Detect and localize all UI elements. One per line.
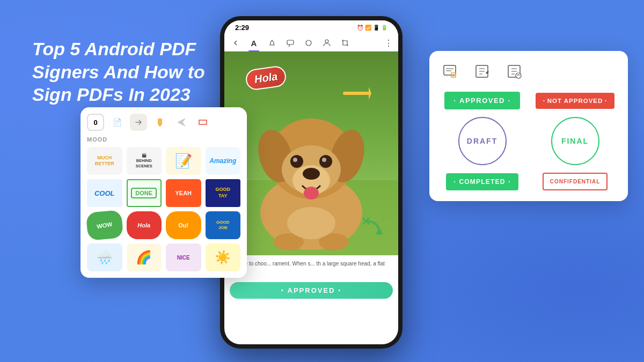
svg-rect-21 bbox=[158, 119, 162, 125]
toolbar-comment-icon[interactable] bbox=[284, 37, 296, 49]
svg-point-2 bbox=[325, 40, 328, 43]
svg-point-14 bbox=[322, 158, 326, 162]
stamp-approved[interactable]: APPROVED bbox=[444, 92, 521, 109]
toolbar-back-icon[interactable] bbox=[230, 37, 241, 49]
stamp-not-approved-container: NOT APPROVED bbox=[533, 93, 617, 109]
sticker-panel: 0 📄 MOOD MUCHBETTER 🎬BEHINDSCENES 📝 Amaz… bbox=[80, 107, 247, 278]
sticker-sun[interactable]: ☀️ bbox=[206, 243, 241, 271]
stamp-row-1: APPROVED NOT APPROVED bbox=[440, 92, 617, 109]
phone-bottom-text: visable to choo... rament. When s... th … bbox=[224, 255, 398, 280]
svg-point-1 bbox=[306, 40, 311, 46]
stamp-confidential[interactable]: CONFIFDENTIAL bbox=[543, 173, 608, 190]
sticker-cool[interactable]: COOL bbox=[87, 179, 122, 207]
tab-note[interactable]: 📄 bbox=[108, 114, 126, 131]
sticker-hola[interactable]: Hola bbox=[127, 211, 162, 239]
svg-rect-0 bbox=[287, 40, 294, 45]
svg-point-12 bbox=[319, 155, 332, 168]
status-icons: ⏰ 📶 📱 🔋 bbox=[357, 25, 387, 31]
sticker-notepad[interactable]: 📝 bbox=[166, 147, 201, 175]
tab-highlighter[interactable] bbox=[151, 114, 169, 131]
stamp-approved-container: APPROVED bbox=[440, 92, 524, 109]
svg-marker-20 bbox=[376, 227, 383, 234]
stamp-confidential-container: CONFIFDENTIAL bbox=[533, 173, 617, 190]
sticker-done[interactable]: DONE bbox=[127, 179, 162, 207]
stamp-icon-3[interactable] bbox=[504, 62, 524, 81]
sticker-behind-scenes[interactable]: 🎬BEHINDSCENES bbox=[127, 147, 162, 175]
phone-toolbar: A ⋮ bbox=[224, 35, 398, 51]
phone-status-bar: 2:29 ⏰ 📶 📱 🔋 bbox=[224, 20, 398, 35]
toolbar-stamp-icon[interactable] bbox=[266, 37, 278, 49]
sticker-goodjob[interactable]: GOODJOB bbox=[206, 211, 241, 239]
stamp-final-container: FINAL bbox=[533, 117, 617, 165]
stamp-not-approved-label: NOT APPROVED bbox=[547, 98, 603, 104]
tab-plane[interactable] bbox=[173, 114, 190, 131]
stamp-final[interactable]: FINAL bbox=[551, 117, 599, 165]
toolbar-text-icon[interactable]: A bbox=[248, 37, 260, 49]
phone-screen: 2:29 ⏰ 📶 📱 🔋 A bbox=[224, 20, 398, 344]
bottom-arrow-sticker[interactable] bbox=[361, 216, 385, 245]
sticker-wow[interactable]: WOW bbox=[86, 210, 123, 241]
svg-rect-22 bbox=[199, 120, 207, 124]
stamp-not-approved[interactable]: NOT APPROVED bbox=[536, 93, 614, 109]
sticker-category-label: MOOD bbox=[87, 136, 240, 143]
toolbar-circle-icon[interactable] bbox=[303, 37, 314, 49]
battery-icon: 🔋 bbox=[381, 25, 387, 31]
sticker-goodtay[interactable]: GOODTAY bbox=[206, 179, 241, 207]
dog-photo-area: Hola bbox=[224, 51, 398, 255]
approved-bottom-bar[interactable]: APPROVED bbox=[230, 282, 393, 299]
stamp-confidential-label: CONFIFDENTIAL bbox=[550, 179, 601, 184]
sticker-panel-tabs: 0 📄 bbox=[87, 114, 240, 131]
svg-point-18 bbox=[287, 207, 335, 239]
sticker-yeah[interactable]: YEAH bbox=[166, 179, 201, 207]
sticker-grid: MUCHBETTER 🎬BEHINDSCENES 📝 Amazing COOL … bbox=[87, 147, 240, 271]
toolbar-person-icon[interactable] bbox=[321, 37, 333, 49]
stamps-panel: APPROVED NOT APPROVED DRAFT FINAL COMPLE… bbox=[429, 51, 628, 201]
svg-marker-19 bbox=[369, 87, 371, 100]
wifi-icon: 📶 bbox=[365, 25, 371, 31]
svg-point-15 bbox=[304, 187, 319, 200]
svg-point-27 bbox=[516, 73, 521, 78]
sticker-amazing[interactable]: Amazing bbox=[206, 147, 241, 175]
stamp-row-3: COMPLETED CONFIFDENTIAL bbox=[440, 173, 617, 190]
tab-rect[interactable] bbox=[194, 114, 211, 131]
arrow-sticker[interactable] bbox=[342, 84, 371, 108]
sticker-rain[interactable]: 🌧️ bbox=[87, 243, 122, 271]
toolbar-crop-icon[interactable] bbox=[339, 37, 351, 49]
tab-arrow[interactable] bbox=[130, 114, 147, 131]
stamp-final-label: FINAL bbox=[561, 137, 589, 145]
stamp-draft-container: DRAFT bbox=[440, 117, 524, 165]
svg-point-13 bbox=[293, 158, 297, 162]
sticker-rainbow[interactable]: 🌈 bbox=[127, 243, 162, 271]
sticker-much-better[interactable]: MUCHBETTER bbox=[87, 147, 122, 175]
stamp-row-2: DRAFT FINAL bbox=[440, 117, 617, 165]
tab-number[interactable]: 0 bbox=[87, 114, 104, 131]
sticker-nice[interactable]: NICE bbox=[166, 243, 201, 271]
phone-time: 2:29 bbox=[235, 24, 249, 32]
stamp-draft-label: DRAFT bbox=[467, 137, 497, 145]
svg-point-10 bbox=[303, 168, 320, 180]
page-title: Top 5 Android PDF Signers And How to Sig… bbox=[32, 38, 215, 106]
stamp-draft[interactable]: DRAFT bbox=[458, 117, 507, 165]
signal-icon: 📱 bbox=[373, 25, 379, 31]
stamp-icon-1[interactable] bbox=[440, 62, 459, 81]
stamp-completed[interactable]: COMPLETED bbox=[446, 173, 518, 190]
toolbar-more-button[interactable]: ⋮ bbox=[384, 38, 393, 48]
sticker-ou[interactable]: Ou! bbox=[166, 211, 201, 239]
phone-mockup: 2:29 ⏰ 📶 📱 🔋 A bbox=[220, 16, 402, 349]
alarm-icon: ⏰ bbox=[357, 25, 363, 31]
stamp-completed-label: COMPLETED bbox=[459, 178, 505, 186]
svg-point-11 bbox=[290, 155, 303, 168]
svg-rect-23 bbox=[444, 65, 456, 75]
stamp-icon-2[interactable] bbox=[472, 62, 492, 81]
stamp-completed-container: COMPLETED bbox=[440, 173, 524, 190]
stamp-approved-label: APPROVED bbox=[459, 97, 505, 105]
stamps-panel-icons bbox=[440, 62, 617, 81]
